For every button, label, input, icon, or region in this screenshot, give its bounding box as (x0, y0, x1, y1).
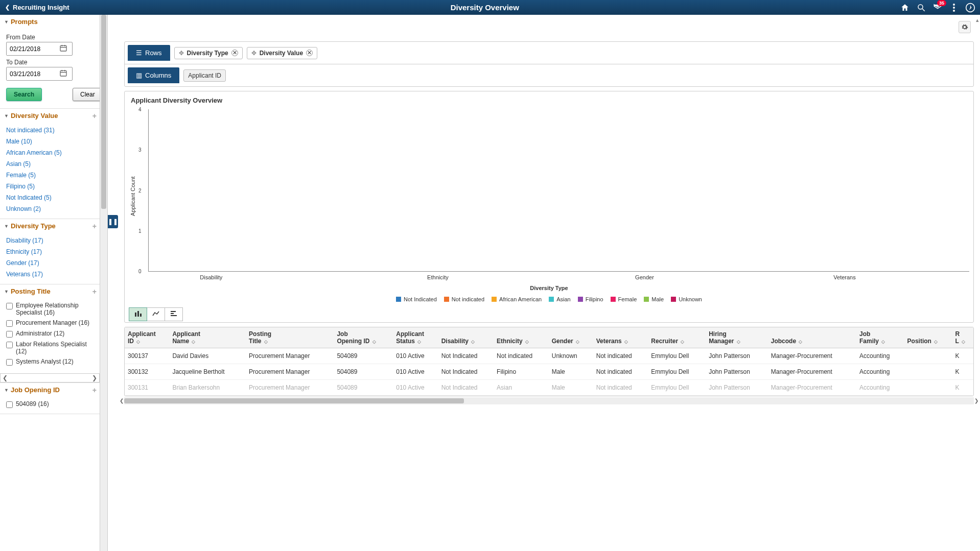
column-header[interactable]: Ethnicity ◇ (494, 327, 549, 348)
legend-item[interactable]: African American (492, 296, 542, 302)
posting-title-header[interactable]: ▼Posting Title+ (0, 284, 100, 298)
facet-checkbox[interactable]: 504089 (16) (6, 399, 96, 410)
column-header[interactable]: RL ◇ (952, 327, 973, 348)
facet-checkbox[interactable]: Employee Relationship Specialist (16) (6, 300, 96, 318)
drag-icon: ✥ (179, 50, 184, 57)
facet-link[interactable]: African American (5) (6, 147, 96, 158)
facet-checkbox[interactable]: Procurement Manager (16) (6, 318, 96, 328)
chart-panel: Applicant Diversity Overview Applicant C… (124, 91, 974, 323)
facet-link[interactable]: Female (5) (6, 170, 96, 181)
facet-checkbox[interactable]: Systems Analyst (12) (6, 356, 96, 367)
column-header[interactable]: Recruiter ◇ (648, 327, 706, 348)
bar-chart-button[interactable] (129, 307, 147, 321)
legend-item[interactable]: Male (644, 296, 664, 302)
chevron-left-icon: ❮ (5, 4, 10, 11)
filter-sidebar: ▼Prompts From Date To Date Search Clear (0, 15, 100, 551)
column-header[interactable]: Disability ◇ (438, 327, 494, 348)
facet-checkbox[interactable]: Labor Relations Specialist (12) (6, 339, 96, 356)
legend-item[interactable]: Not indicated (444, 296, 484, 302)
remove-icon[interactable]: ✕ (306, 50, 313, 56)
facet-link[interactable]: Male (10) (6, 136, 96, 147)
row-pill-diversity-value[interactable]: ✥Diversity Value✕ (247, 47, 317, 59)
facet-link[interactable]: Not Indicated (5) (6, 192, 96, 203)
chart-legend: Not IndicatedNot indicatedAfrican Americ… (129, 293, 969, 305)
facet-link[interactable]: Gender (17) (6, 257, 96, 269)
back-label: Recruiting Insight (13, 4, 69, 11)
chart-plot[interactable]: 01234DisabilityEthnicityGenderVeterans (148, 109, 969, 272)
svg-rect-6 (60, 45, 66, 51)
add-icon[interactable]: + (92, 288, 97, 296)
collapse-sidebar-handle[interactable]: ❚❚ (108, 215, 118, 228)
facet-link[interactable]: Ethnicity (17) (6, 246, 96, 257)
column-header[interactable]: HiringManager ◇ (706, 327, 768, 348)
app-header: ❮ Recruiting Insight Diversity Overview … (0, 0, 980, 15)
legend-item[interactable]: Asian (549, 296, 571, 302)
column-header[interactable]: ApplicantID ◇ (125, 327, 169, 348)
add-icon[interactable]: + (92, 386, 97, 394)
svg-rect-17 (171, 311, 176, 312)
facet-link[interactable]: Filipino (5) (6, 181, 96, 192)
calendar-icon[interactable] (58, 42, 69, 55)
job-opening-header[interactable]: ▼Job Opening ID+ (0, 383, 100, 397)
facet-link[interactable]: Unknown (2) (6, 203, 96, 214)
remove-icon[interactable]: ✕ (231, 50, 238, 56)
drag-icon: ✥ (251, 50, 256, 57)
table-row[interactable]: 300137David DaviesProcurement Manager504… (125, 348, 973, 364)
collapse-up-icon[interactable]: ▴ (976, 17, 979, 23)
column-header[interactable]: JobFamily ◇ (856, 327, 904, 348)
from-date-input[interactable] (6, 42, 73, 56)
x-axis-label: Diversity Type (129, 283, 969, 293)
back-button[interactable]: ❮ Recruiting Insight (0, 4, 75, 11)
rows-tab[interactable]: ☰Rows (128, 45, 170, 61)
row-pill-diversity-type[interactable]: ✥Diversity Type✕ (174, 47, 243, 59)
search-button[interactable]: Search (6, 88, 42, 101)
line-chart-button[interactable] (147, 307, 165, 321)
add-icon[interactable]: + (92, 222, 97, 230)
add-icon[interactable]: + (92, 112, 97, 120)
prompts-header[interactable]: ▼Prompts (0, 15, 100, 29)
legend-item[interactable]: Female (611, 296, 637, 302)
facet-link[interactable]: Not indicated (31) (6, 125, 96, 136)
legend-item[interactable]: Filipino (578, 296, 603, 302)
columns-tab[interactable]: ▥Columns (128, 67, 179, 83)
facet-link[interactable]: Asian (5) (6, 158, 96, 170)
category-label: Disability (200, 274, 222, 280)
horizontal-scroll[interactable]: ❮❯ (0, 373, 100, 382)
menu-icon[interactable] (948, 2, 960, 13)
table-row[interactable]: 300132Jacqueline BertholtProcurement Man… (125, 364, 973, 380)
horizontal-bar-button[interactable] (165, 307, 183, 321)
legend-item[interactable]: Not Indicated (396, 296, 437, 302)
table-row[interactable]: 300131Brian BarkersohnProcurement Manage… (125, 380, 973, 396)
rows-icon: ☰ (136, 49, 142, 57)
column-header[interactable]: Jobcode ◇ (768, 327, 856, 348)
column-header[interactable]: ApplicantStatus ◇ (393, 327, 438, 348)
svg-rect-19 (171, 315, 177, 316)
table-horizontal-scroll[interactable]: ❮❯ (124, 397, 974, 404)
column-header[interactable]: Position ◇ (904, 327, 952, 348)
settings-button[interactable] (959, 21, 971, 33)
calendar-icon[interactable] (58, 67, 69, 80)
clear-button[interactable]: Clear (73, 88, 100, 101)
category-label: Ethnicity (427, 274, 449, 280)
diversity-type-header[interactable]: ▼Diversity Type+ (0, 219, 100, 233)
chart-title: Applicant Diversity Overview (129, 95, 969, 109)
col-pill-applicant-id[interactable]: Applicant ID (183, 69, 226, 82)
column-header[interactable]: JobOpening ID ◇ (334, 327, 393, 348)
home-icon[interactable] (899, 2, 911, 13)
columns-icon: ▥ (136, 71, 142, 79)
svg-point-3 (953, 7, 955, 9)
legend-item[interactable]: Unknown (671, 296, 702, 302)
search-icon[interactable] (916, 2, 927, 13)
column-header[interactable]: PostingTitle ◇ (246, 327, 334, 348)
diversity-value-header[interactable]: ▼Diversity Value+ (0, 109, 100, 123)
facet-link[interactable]: Disability (17) (6, 235, 96, 246)
column-header[interactable]: Veterans ◇ (593, 327, 648, 348)
column-header[interactable]: ApplicantName ◇ (169, 327, 246, 348)
facet-checkbox[interactable]: Administrator (12) (6, 328, 96, 339)
column-header[interactable]: Gender ◇ (549, 327, 593, 348)
notifications-icon[interactable]: 35 (932, 2, 943, 13)
to-date-input[interactable] (6, 67, 73, 81)
facet-link[interactable]: Veterans (17) (6, 269, 96, 280)
compass-icon[interactable] (965, 2, 976, 13)
sidebar-scrollbar[interactable] (100, 15, 108, 551)
